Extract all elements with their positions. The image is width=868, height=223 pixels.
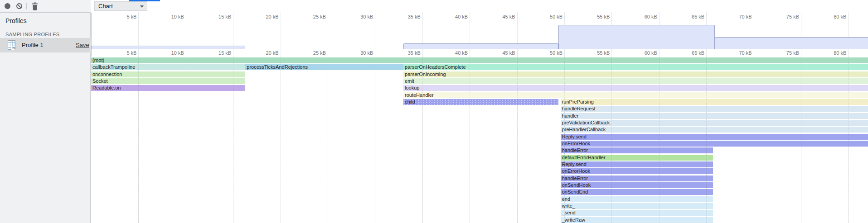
flamechart-ruler-tick-label: 15 kB (218, 50, 231, 56)
overview-ruler-tick-label: 50 kB (550, 14, 563, 19)
flame-frame[interactable]: runPreParsing (561, 99, 868, 105)
overview-ruler-tick-label: 70 kB (739, 14, 752, 19)
flamechart-ruler-tick-label: 5 kB (126, 50, 136, 56)
flamechart-pane[interactable]: 5 kB5 kB10 kB10 kB15 kB15 kB20 kB20 kB25… (91, 12, 868, 223)
flamechart-ruler-tick-label: 45 kB (502, 50, 515, 56)
flamechart-ruler-tick-label: 20 kB (266, 50, 278, 56)
flame-frame[interactable]: handleRequest (561, 106, 868, 112)
heap-profile-icon: % (8, 40, 15, 50)
flame-frame[interactable]: emit (403, 78, 868, 84)
flame-frame[interactable]: child (403, 99, 558, 105)
overview-area-segment (715, 37, 868, 49)
flame-frame[interactable]: defaultErrorHandler (561, 155, 713, 161)
record-icon[interactable] (5, 3, 10, 9)
flame-frame[interactable]: parserOnHeadersComplete (403, 64, 868, 70)
gridline (138, 12, 139, 223)
flame-frame[interactable]: preValidationCallback (561, 120, 868, 126)
flame-frame[interactable]: Reply.send (561, 161, 713, 167)
flame-frame[interactable]: _writeRaw (561, 217, 713, 223)
flamechart-ruler-tick-label: 65 kB (692, 50, 704, 56)
overview-ruler-tick-label: 30 kB (360, 14, 373, 19)
flamechart-ruler-tick-label: 40 kB (455, 50, 468, 56)
overview-ruler-tick-label: 40 kB (455, 14, 468, 19)
overview-ruler-tick-label: 35 kB (408, 14, 421, 19)
flamechart-ruler-tick-label: 10 kB (171, 50, 184, 56)
flame-frame[interactable]: Readable.on (91, 85, 245, 91)
sidebar-item-profile-1[interactable]: % Profile 1 Save (0, 38, 91, 52)
flame-frame[interactable]: Socket (91, 78, 245, 84)
flamechart-ruler-tick-label: 30 kB (360, 50, 373, 56)
flamechart-ruler-tick-label: 55 kB (597, 50, 610, 56)
flamechart-ruler-tick-label: 75 kB (786, 50, 799, 56)
overview-ruler-tick-label: 75 kB (786, 14, 799, 19)
flame-frame[interactable]: _send (561, 210, 713, 216)
flame-frame[interactable]: onErrorHook (561, 168, 713, 174)
clear-profiles-button[interactable] (16, 3, 22, 9)
delete-profile-button[interactable] (31, 2, 39, 10)
flame-frame[interactable]: Reply.send (561, 134, 868, 140)
flame-frame[interactable]: onSendHook (561, 182, 713, 188)
chevron-down-icon (140, 5, 144, 8)
percent-glyph: % (11, 46, 15, 50)
sidebar-title: Profiles (5, 17, 27, 24)
view-mode-select-value: Chart (98, 3, 113, 9)
sidebar-section-header: SAMPLING PROFILES (5, 32, 59, 37)
gridline (186, 12, 186, 223)
overview-area-segment (91, 46, 245, 49)
overview-area-segment (403, 43, 558, 49)
toolbar: Chart (0, 0, 868, 13)
axis-origin-line (92, 13, 92, 57)
flamechart-ruler-tick-label: 60 kB (645, 50, 657, 56)
flame-frame[interactable]: handler (561, 113, 868, 119)
flamechart-ruler-tick-label: 80 kB (834, 50, 846, 56)
overview-ruler-tick-label: 45 kB (502, 14, 515, 19)
flame-frame[interactable]: routeHandler (403, 92, 868, 98)
flame-frame[interactable]: callbackTrampoline (91, 64, 245, 70)
flame-frame[interactable]: handleError (561, 176, 713, 181)
profiles-sidebar: Profiles SAMPLING PROFILES % Profile 1 S… (0, 13, 91, 223)
overview-ruler-tick-label: 10 kB (171, 14, 184, 19)
devtools-memory-panel: Chart Profiles SAMPLING PROFILES % Profi… (0, 0, 868, 223)
flamechart-ruler-tick-label: 50 kB (550, 50, 563, 56)
overview-ruler-tick-label: 15 kB (218, 14, 231, 19)
flame-frame[interactable]: end (561, 196, 713, 202)
flamechart-ruler-tick-label: 70 kB (739, 50, 752, 56)
flame-frame[interactable]: onErrorHook (561, 141, 868, 147)
toolbar-left-background (0, 0, 91, 12)
gridline (233, 12, 233, 223)
flame-frame[interactable]: write_ (561, 203, 713, 209)
flame-frame[interactable]: lookup (403, 85, 868, 91)
gridline (328, 12, 328, 223)
toolbar-separator (26, 3, 27, 9)
overview-area-segment (558, 25, 715, 49)
overview-ruler-tick-label: 55 kB (597, 14, 610, 19)
flame-frame[interactable]: processTicksAndRejections (245, 64, 403, 70)
overview-ruler-tick-label: 25 kB (313, 14, 326, 19)
gridline (375, 12, 375, 223)
overview-ruler-tick-label: 60 kB (645, 14, 657, 19)
trash-icon (31, 2, 39, 10)
flame-frame[interactable]: onSendEnd (561, 189, 713, 195)
profile-name: Profile 1 (22, 38, 44, 52)
overview-ruler-tick-label: 20 kB (266, 14, 278, 19)
flamechart-ruler-tick-label: 25 kB (313, 50, 326, 56)
flame-frame[interactable]: preHandlerCallback (561, 127, 868, 133)
flamechart-ruler-tick-label: 35 kB (408, 50, 421, 56)
save-profile-link[interactable]: Save (76, 38, 89, 52)
overview-ruler-tick-label: 80 kB (834, 14, 846, 19)
flame-frame[interactable]: onconnection (91, 71, 245, 77)
overview-ruler-tick-label: 65 kB (692, 14, 704, 19)
view-mode-select[interactable]: Chart (94, 1, 147, 11)
flame-frame[interactable]: handleError (561, 147, 713, 153)
gridline (281, 12, 281, 223)
flame-frame[interactable]: parserOnIncoming (403, 71, 868, 77)
flame-frame[interactable]: (root) (91, 57, 868, 63)
overview-ruler-tick-label: 5 kB (126, 14, 136, 19)
